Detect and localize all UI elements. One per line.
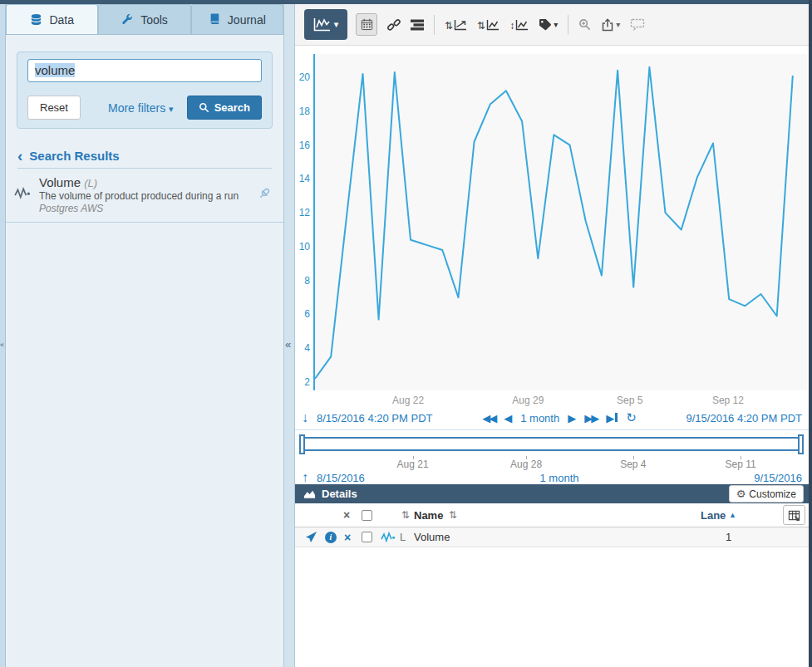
navigate-to-signal-icon[interactable] <box>305 531 317 543</box>
slider-handle-right[interactable] <box>798 434 804 454</box>
sort-icon[interactable]: ⇅ <box>401 509 410 521</box>
details-list-button[interactable] <box>411 19 424 31</box>
x-axis-label: Aug 22 <box>392 395 424 406</box>
zoom-button[interactable] <box>578 18 591 31</box>
arrow-resize-vertical-icon: ↕ <box>509 21 514 31</box>
mini-chart-icon <box>486 19 500 31</box>
sort-ascending-icon: ▲ <box>729 511 736 519</box>
labels-button[interactable]: ▾ <box>539 18 558 32</box>
lane-column-header[interactable]: Lane ▲ <box>701 509 736 522</box>
trend-chart[interactable]: 2468101214161820 Aug 22Aug 29Sep 5Sep 12 <box>295 46 809 411</box>
time-range-slider[interactable] <box>299 434 804 454</box>
collapse-left-icon: « <box>0 341 4 349</box>
search-button-label: Search <box>214 101 250 114</box>
search-input[interactable]: volume <box>27 59 262 82</box>
tab-data[interactable]: Data <box>6 4 98 34</box>
slider-handle-left[interactable] <box>299 434 305 454</box>
search-result-item[interactable]: Volume (L) The volume of product produce… <box>6 169 283 223</box>
display-range-end[interactable]: 9/15/2016 4:20 PM PDT <box>687 412 802 424</box>
comment-bubble-icon <box>630 18 645 31</box>
volume-series-line[interactable] <box>315 67 793 379</box>
time-navigation-row: ↓ 8/15/2016 4:20 PM PDT ◀◀ ◀ 1 month ▶ ▶… <box>295 409 809 427</box>
investigate-range-up-icon[interactable]: ↑ <box>302 470 308 485</box>
line-chart-icon <box>313 17 331 32</box>
result-unit: (L) <box>84 177 97 189</box>
pin-icon[interactable] <box>258 187 272 204</box>
left-sidebar: Data Tools Journal volume Reset More fil… <box>6 4 283 667</box>
chevron-down-icon: ▾ <box>554 20 558 29</box>
signal-icon <box>14 187 32 203</box>
annotate-button[interactable] <box>630 18 645 31</box>
investigate-range-duration[interactable]: 1 month <box>540 472 579 484</box>
trend-panel: ▾ ⇅ ⇅ ↕ ▾ <box>295 4 809 667</box>
y-axis-label: 12 <box>295 207 310 218</box>
investigate-range-end[interactable]: 9/15/2016 <box>754 472 802 484</box>
sort-icon[interactable]: ⇅ <box>449 509 457 521</box>
search-input-value: volume <box>35 63 75 77</box>
y-axis-label: 6 <box>295 308 310 320</box>
search-results-link[interactable]: ‹ Search Results <box>17 149 272 163</box>
select-all-checkbox[interactable] <box>362 510 372 521</box>
info-icon[interactable]: i <box>325 532 337 543</box>
left-edge-collapse-strip[interactable]: « <box>0 4 6 667</box>
slider-tick-label: Aug 21 <box>397 459 429 470</box>
slider-track[interactable] <box>302 437 801 451</box>
link-button[interactable] <box>387 18 401 32</box>
details-header: Details ⚙ Customize <box>295 484 809 503</box>
search-button[interactable]: Search <box>187 96 262 120</box>
mini-chart-icon <box>515 19 529 31</box>
investigate-range-down-icon[interactable]: ↓ <box>302 410 308 425</box>
list-bars-icon <box>411 19 424 31</box>
one-lane-button[interactable]: ⇅ <box>445 19 467 31</box>
slider-tick-label: Sep 4 <box>620 459 646 470</box>
name-column-header[interactable]: Name <box>414 509 443 522</box>
view-select-button[interactable]: ▾ <box>304 9 347 40</box>
sidebar-collapse-handle[interactable]: « <box>283 4 295 667</box>
tab-label: Tools <box>140 13 168 27</box>
jump-back-button[interactable]: ◀◀ <box>482 412 495 424</box>
row-name: Volume <box>414 531 450 543</box>
y-axis-label: 10 <box>295 241 310 253</box>
remove-all-button[interactable]: × <box>343 508 350 522</box>
autoscale-button[interactable]: ↕ <box>509 19 529 31</box>
add-column-button[interactable] <box>783 505 805 525</box>
tag-icon <box>539 18 552 32</box>
tab-tools[interactable]: Tools <box>98 4 190 34</box>
table-add-icon <box>788 509 800 522</box>
investigate-range-start[interactable]: 8/15/2016 <box>317 472 365 484</box>
step-forward-button[interactable]: ▶ <box>568 412 576 424</box>
details-title: Details <box>322 488 357 500</box>
book-icon <box>209 13 221 26</box>
x-axis-label: Sep 12 <box>712 395 744 406</box>
calendar-icon <box>361 18 373 31</box>
chart-plot-area[interactable] <box>313 54 807 390</box>
remove-row-button[interactable]: × <box>344 531 351 544</box>
calendar-button[interactable] <box>356 13 377 36</box>
skip-to-now-button[interactable]: ▶ <box>606 412 618 424</box>
details-panel: Details ⚙ Customize × ⇅ Name ⇅ Lane ▲ i <box>295 484 809 667</box>
tab-journal[interactable]: Journal <box>191 4 283 34</box>
tab-label: Data <box>49 13 74 27</box>
details-table-row[interactable]: i × L Volume 1 <box>295 527 809 547</box>
jump-forward-button[interactable]: ▶▶ <box>584 412 598 424</box>
customize-button[interactable]: ⚙ Customize <box>729 485 804 503</box>
step-back-button[interactable]: ◀ <box>504 412 512 424</box>
item-type-letter: L <box>400 531 406 543</box>
x-axis-label: Sep 5 <box>617 395 642 406</box>
y-axis-label: 8 <box>295 275 310 287</box>
display-range-duration[interactable]: 1 month <box>520 412 559 424</box>
row-checkbox[interactable] <box>362 532 372 542</box>
refresh-button[interactable]: ↻ <box>626 410 637 425</box>
more-filters-link[interactable]: More filters ▾ <box>108 101 174 115</box>
wrench-icon <box>121 13 134 26</box>
gears-icon: ⚙ <box>736 488 746 500</box>
y-axis-label: 18 <box>295 105 310 117</box>
one-axis-button[interactable]: ⇅ <box>477 19 500 31</box>
tab-label: Journal <box>228 13 266 27</box>
y-axis-label: 14 <box>295 173 310 184</box>
signal-icon <box>381 532 396 543</box>
reset-button[interactable]: Reset <box>27 96 81 120</box>
export-button[interactable]: ▾ <box>601 18 620 32</box>
display-range-start[interactable]: 8/15/2016 4:20 PM PDT <box>317 412 432 424</box>
area-chart-icon <box>303 489 316 499</box>
